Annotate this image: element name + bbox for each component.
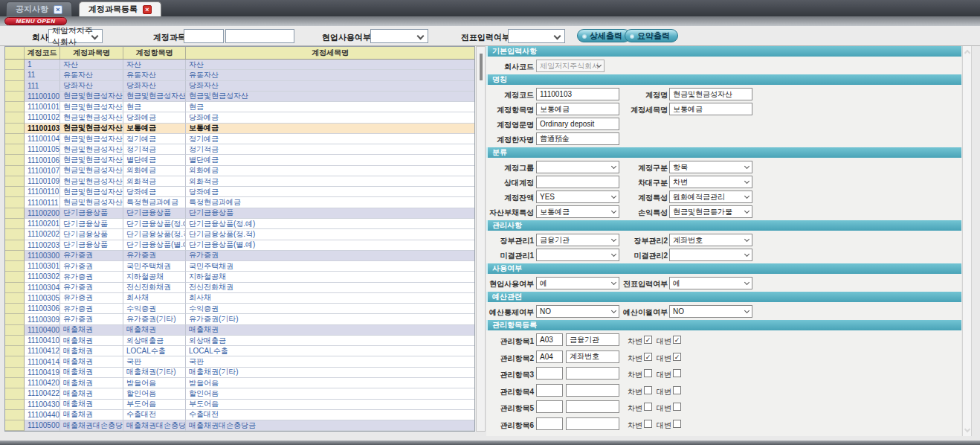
row-selector-cell[interactable] xyxy=(5,208,25,219)
item-name-input[interactable] xyxy=(566,417,619,430)
detail-print-button[interactable]: 상세출력 xyxy=(577,29,631,42)
credit-checkbox[interactable]: ✓ xyxy=(673,336,681,344)
item-code-input[interactable] xyxy=(536,384,563,397)
field-select[interactable] xyxy=(669,249,752,261)
table-row[interactable]: 11100419매출채권매출채권(기타)매출채권(기타) xyxy=(5,368,474,378)
scrollbar-thumb[interactable] xyxy=(480,54,483,80)
field-select[interactable]: YES xyxy=(536,191,619,203)
row-selector-cell[interactable] xyxy=(5,197,25,208)
row-selector-cell[interactable] xyxy=(5,176,25,187)
panel-scrollbar[interactable] xyxy=(962,46,972,436)
item-name-input[interactable] xyxy=(566,384,619,397)
field-select[interactable]: 금융기관 xyxy=(536,234,619,246)
row-selector-cell[interactable] xyxy=(5,400,25,410)
credit-checkbox[interactable] xyxy=(673,369,681,377)
table-row[interactable]: 11100304유가증권전신전화채권전신전화채권 xyxy=(5,283,474,293)
item-code-input[interactable] xyxy=(536,417,563,430)
row-selector-cell[interactable] xyxy=(5,166,25,176)
table-row[interactable]: 11유동자산유동자산유동자산 xyxy=(5,70,474,80)
field-select[interactable] xyxy=(536,161,619,173)
table-row[interactable]: 11100300유가증권유가증권유가증권 xyxy=(5,251,474,261)
row-selector-cell[interactable] xyxy=(5,240,25,251)
company-select[interactable]: 제일저지주식회사 xyxy=(48,29,103,43)
account-code-input[interactable] xyxy=(184,29,224,43)
field-use-select[interactable] xyxy=(370,29,428,43)
debit-checkbox[interactable] xyxy=(644,420,652,428)
row-selector-cell[interactable] xyxy=(5,261,25,272)
field-select[interactable]: 항목 xyxy=(669,161,752,173)
item-name-input[interactable] xyxy=(566,400,619,413)
table-row[interactable]: 111당좌자산당좌자산당좌자산 xyxy=(5,81,474,92)
row-selector-cell[interactable] xyxy=(5,187,25,197)
credit-checkbox[interactable] xyxy=(673,403,681,411)
summary-print-button[interactable]: 요약출력 xyxy=(625,29,678,42)
item-code-input[interactable] xyxy=(536,367,563,380)
table-row[interactable]: 11100102현금및현금성자산당좌예금당좌예금 xyxy=(5,112,474,123)
field-input[interactable]: 보통예금 xyxy=(669,103,752,115)
table-row[interactable]: 11100302유가증권지하철공채지하철공채 xyxy=(5,272,474,282)
table-row[interactable]: 1자산자산자산 xyxy=(5,60,474,70)
row-selector-cell[interactable] xyxy=(5,388,25,399)
row-selector-cell[interactable] xyxy=(5,102,25,112)
table-row[interactable]: 11100203단기금융상품단기금융상품(별.예)단기금융상품(별.예) xyxy=(5,240,474,251)
column-header[interactable]: 계정코드 xyxy=(25,47,60,59)
row-selector-cell[interactable] xyxy=(5,314,25,324)
row-selector-cell[interactable] xyxy=(5,293,25,304)
row-selector-cell[interactable] xyxy=(5,368,25,378)
item-code-input[interactable]: A03 xyxy=(536,333,563,346)
table-row[interactable]: 11100422매출채권할인어음할인어음 xyxy=(5,388,474,399)
scroll-down-icon[interactable] xyxy=(964,426,970,432)
tab-notice[interactable]: 공지사항 × xyxy=(6,1,72,16)
debit-checkbox[interactable] xyxy=(644,369,652,377)
table-row[interactable]: 11100202단기금융상품단기금융상품(정.적)단기금융상품(정.적) xyxy=(5,229,474,240)
field-select[interactable] xyxy=(536,249,619,261)
field-select[interactable]: 현금및현금등가물 xyxy=(669,205,752,218)
field-select[interactable]: 보통예금 xyxy=(536,205,619,218)
row-selector-cell[interactable] xyxy=(5,81,25,92)
field-input[interactable]: 보통예금 xyxy=(536,103,619,115)
row-selector-cell[interactable] xyxy=(5,229,25,240)
item-name-input[interactable]: 계좌번호 xyxy=(566,350,619,363)
item-code-input[interactable] xyxy=(536,400,563,413)
table-row[interactable]: 11100101현금및현금성자산현금현금 xyxy=(5,102,474,112)
column-header[interactable]: 계정과목명 xyxy=(60,47,123,59)
debit-checkbox[interactable] xyxy=(644,403,652,411)
table-row[interactable]: 11100107현금및현금성자산외화예금외화예금 xyxy=(5,166,474,176)
field-select[interactable]: 차변 xyxy=(669,176,752,188)
row-selector-cell[interactable] xyxy=(5,356,25,367)
row-selector-cell[interactable] xyxy=(5,60,25,70)
table-row[interactable]: 11100103현금및현금성자산보통예금보통예금 xyxy=(5,124,474,134)
table-row[interactable]: 11100106현금및현금성자산별단예금별단예금 xyxy=(5,155,474,165)
grid-scrollbar[interactable] xyxy=(476,46,486,432)
table-row[interactable]: 11100109현금및현금성자산외화적금외화적금 xyxy=(5,176,474,187)
row-selector-cell[interactable] xyxy=(5,272,25,282)
row-selector-cell[interactable] xyxy=(5,144,25,155)
table-row[interactable]: 11100100현금및현금성자산현금및현금성자산현금및현금성자산 xyxy=(5,92,474,102)
field-input[interactable]: 普通預金 xyxy=(536,132,619,145)
slip-input-select[interactable] xyxy=(508,29,565,43)
row-selector-cell[interactable] xyxy=(5,134,25,144)
row-selector-cell[interactable] xyxy=(5,304,25,314)
field-select[interactable]: NO xyxy=(669,305,752,318)
field-select[interactable]: 제일저지주식회사 xyxy=(536,60,605,72)
field-input[interactable]: 11100103 xyxy=(536,88,619,100)
table-row[interactable]: 11100200단기금융상품단기금융상품단기금융상품 xyxy=(5,208,474,219)
field-select[interactable]: 예 xyxy=(536,277,619,289)
credit-checkbox[interactable] xyxy=(673,386,681,394)
row-selector-cell[interactable] xyxy=(5,112,25,123)
table-row[interactable]: 11100306유가증권수익증권수익증권 xyxy=(5,304,474,314)
credit-checkbox[interactable]: ✓ xyxy=(673,353,681,361)
row-selector-cell[interactable] xyxy=(5,336,25,346)
field-select[interactable]: 예 xyxy=(669,277,752,289)
table-row[interactable]: 11100440매출채권수출대전수출대전 xyxy=(5,410,474,420)
table-row[interactable]: 11100414매출채권국판국판 xyxy=(5,356,474,367)
field-select[interactable]: NO xyxy=(536,305,619,318)
field-select[interactable]: 계좌번호 xyxy=(669,234,752,246)
table-row[interactable]: 11100104현금및현금성자산정기예금정기예금 xyxy=(5,134,474,144)
field-select[interactable]: 원화예적금관리 xyxy=(669,191,752,203)
debit-checkbox[interactable]: ✓ xyxy=(644,336,652,344)
table-row[interactable]: 11100500매출채권대손충당금매출채권대손충당금매출채권대손충당금 xyxy=(5,420,474,431)
table-row[interactable]: 11100309유가증권유가증권(기타)유가증권(기타) xyxy=(5,314,474,324)
row-selector-cell[interactable] xyxy=(5,70,25,80)
item-name-input[interactable]: 금융기관 xyxy=(566,333,619,346)
